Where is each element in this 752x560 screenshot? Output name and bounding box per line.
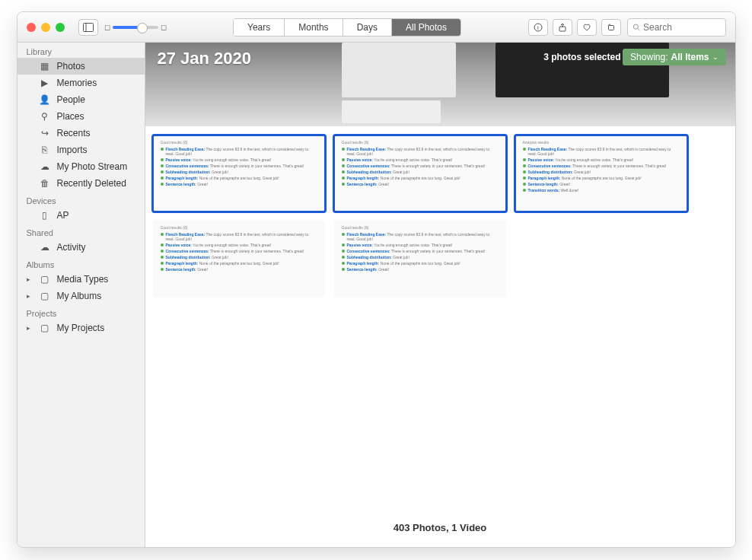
sidebar-item-media-types[interactable]: ▸▢Media Types <box>18 271 145 288</box>
sidebar-item-memories[interactable]: ▶Memories <box>18 75 145 91</box>
view-days[interactable]: Days <box>343 19 392 36</box>
sidebar-item-people[interactable]: 👤People <box>18 91 145 108</box>
view-years[interactable]: Years <box>234 19 285 36</box>
photo-thumbnail[interactable]: Good results (6)Flesch Reading Ease: The… <box>334 135 506 212</box>
status-dot-icon <box>342 158 345 161</box>
sidebar-item-my-projects[interactable]: ▸▢My Projects <box>18 320 145 336</box>
search-input[interactable] <box>643 22 721 33</box>
date-heading: 27 Jan 2020 <box>158 49 252 68</box>
sidebar-item-label: AP <box>57 210 135 221</box>
svg-rect-5 <box>608 25 613 30</box>
thumb-line: Paragraph length: None of the paragraphs… <box>342 261 499 266</box>
hero-thumb[interactable] <box>342 100 441 123</box>
view-switcher: Years Months Days All Photos <box>233 18 461 37</box>
hero-thumb[interactable] <box>342 43 456 97</box>
thumb-line: Passive voice: You're using enough activ… <box>161 158 317 162</box>
showing-filter-button[interactable]: Showing: All Items ⌄ <box>623 49 725 65</box>
svg-point-6 <box>633 24 638 29</box>
status-dot-icon <box>342 148 345 151</box>
sidebar-item-recents[interactable]: ↪Recents <box>18 125 145 142</box>
rotate-button[interactable] <box>601 19 621 36</box>
sidebar-section-header: Library <box>18 43 145 58</box>
cloud-icon: ☁ <box>39 161 51 172</box>
thumb-line: Flesch Reading Ease: The copy scores 83.… <box>523 147 680 156</box>
status-dot-icon <box>161 177 164 180</box>
sidebar-item-activity[interactable]: ☁Activity <box>18 239 145 256</box>
thumb-line: Sentence length: Great! <box>161 182 317 186</box>
sidebar-item-label: People <box>57 94 135 105</box>
sidebar-item-recently-deleted[interactable]: 🗑Recently Deleted <box>18 175 145 192</box>
status-dot-icon <box>523 189 526 192</box>
zoom-slider[interactable] <box>113 26 158 29</box>
photo-thumbnail[interactable]: Good results (6)Flesch Reading Ease: The… <box>334 221 506 297</box>
thumb-header: Good results (6) <box>342 225 499 230</box>
cloud-icon: ☁ <box>39 242 51 253</box>
sidebar-item-my-albums[interactable]: ▸▢My Albums <box>18 288 145 304</box>
sidebar-item-my-photo-stream[interactable]: ☁My Photo Stream <box>18 158 145 175</box>
folder-icon: ▢ <box>39 291 51 301</box>
sidebar-item-label: Places <box>57 111 135 122</box>
window-controls <box>27 23 65 32</box>
info-button[interactable]: i <box>528 19 548 36</box>
photos-icon: ▦ <box>39 61 51 72</box>
view-months[interactable]: Months <box>285 19 343 36</box>
photo-thumbnail[interactable]: Good results (6)Flesch Reading Ease: The… <box>153 135 325 212</box>
thumb-line: Sentence length: Great! <box>523 182 680 186</box>
disclosure-triangle-icon[interactable]: ▸ <box>27 292 33 300</box>
sidebar-section-header: Albums <box>18 256 145 271</box>
photo-thumbnail[interactable]: Analysis resultsFlesch Reading Ease: The… <box>515 135 687 212</box>
content-area: 27 Jan 2020 3 photos selected Showing: A… <box>145 43 735 547</box>
sidebar-item-label: Activity <box>57 242 135 253</box>
status-dot-icon <box>342 177 345 180</box>
sidebar-item-label: My Photo Stream <box>57 161 135 172</box>
photo-thumbnail[interactable]: Good results (6)Flesch Reading Ease: The… <box>153 221 325 297</box>
sidebar-item-label: My Projects <box>57 323 135 333</box>
sidebar-item-ap[interactable]: ▯AP <box>18 207 145 224</box>
thumb-line: Paragraph length: None of the paragraphs… <box>161 176 317 180</box>
close-icon[interactable] <box>27 23 36 32</box>
sidebar-item-label: Imports <box>57 145 135 155</box>
search-field[interactable] <box>627 18 726 37</box>
thumb-line: Subheading distribution: Great job! <box>161 170 317 174</box>
sidebar-item-label: Recents <box>57 128 135 138</box>
selection-count: 3 photos selected <box>543 52 620 62</box>
fullscreen-icon[interactable] <box>56 23 65 32</box>
status-dot-icon <box>161 170 164 173</box>
toolbar: ◻ ◻ Years Months Days All Photos i <box>18 12 735 43</box>
disclosure-triangle-icon[interactable]: ▸ <box>27 275 33 283</box>
chevron-down-icon: ⌄ <box>712 53 719 61</box>
zoom-in-icon[interactable]: ◻ <box>161 23 167 31</box>
thumb-line: Subheading distribution: Great job! <box>161 255 317 259</box>
header-banner: 27 Jan 2020 3 photos selected Showing: A… <box>145 43 735 126</box>
recents-icon: ↪ <box>39 128 51 138</box>
status-dot-icon <box>161 262 164 265</box>
disclosure-triangle-icon[interactable]: ▸ <box>27 324 33 332</box>
sidebar-item-photos[interactable]: ▦Photos <box>18 58 145 75</box>
thumb-line: Passive voice: You're using enough activ… <box>523 158 680 162</box>
thumb-header: Good results (6) <box>342 140 499 145</box>
status-dot-icon <box>523 170 526 173</box>
zoom-out-icon[interactable]: ◻ <box>104 23 110 31</box>
sidebar-toggle-button[interactable] <box>78 19 98 36</box>
sidebar-item-imports[interactable]: ⎘Imports <box>18 142 145 158</box>
thumb-line: Paragraph length: None of the paragraphs… <box>523 176 680 180</box>
places-icon: ⚲ <box>39 111 51 122</box>
thumb-line: Transition words: Well done! <box>523 188 680 192</box>
favorite-button[interactable] <box>577 19 597 36</box>
minimize-icon[interactable] <box>41 23 50 32</box>
status-dot-icon <box>161 268 164 271</box>
status-dot-icon <box>342 170 345 173</box>
thumb-line: Flesch Reading Ease: The copy scores 83.… <box>342 232 499 241</box>
thumb-line: Passive voice: You're using enough activ… <box>161 243 317 247</box>
status-dot-icon <box>161 233 164 236</box>
folder-icon: ▢ <box>39 274 51 285</box>
sidebar-section-header: Projects <box>18 304 145 320</box>
thumb-line: Consecutive sentences: There is enough v… <box>342 164 499 168</box>
status-dot-icon <box>161 250 164 253</box>
thumb-line: Consecutive sentences: There is enough v… <box>342 249 499 253</box>
sidebar-item-places[interactable]: ⚲Places <box>18 108 145 125</box>
view-all-photos[interactable]: All Photos <box>392 19 460 36</box>
thumb-line: Flesch Reading Ease: The copy scores 83.… <box>161 232 317 241</box>
status-dot-icon <box>161 158 164 161</box>
share-button[interactable] <box>553 19 572 36</box>
